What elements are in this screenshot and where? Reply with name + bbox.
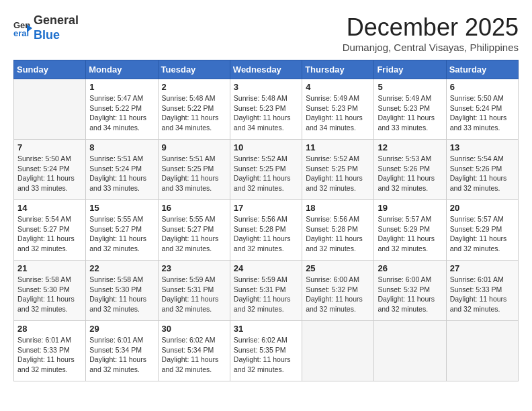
calendar-cell: 12 Sunrise: 5:53 AMSunset: 5:26 PMDaylig… [374,140,446,200]
day-info: Sunrise: 5:57 AMSunset: 5:29 PMDaylight:… [378,214,442,254]
day-number: 25 [306,263,370,273]
day-number: 9 [162,142,226,152]
day-number: 18 [306,203,370,213]
calendar-cell: 29 Sunrise: 6:01 AMSunset: 5:34 PMDaylig… [86,321,158,381]
day-info: Sunrise: 6:01 AMSunset: 5:33 PMDaylight:… [450,275,515,314]
day-info: Sunrise: 6:01 AMSunset: 5:34 PMDaylight:… [89,335,154,375]
weekday-friday: Friday [374,60,446,79]
calendar-cell: 26 Sunrise: 6:00 AMSunset: 5:32 PMDaylig… [374,261,446,321]
day-info: Sunrise: 5:47 AMSunset: 5:22 PMDaylight:… [89,93,154,133]
day-number: 12 [378,142,442,152]
calendar-cell: 30 Sunrise: 6:02 AMSunset: 5:34 PMDaylig… [158,321,230,381]
day-number: 21 [17,263,82,273]
calendar-cell: 31 Sunrise: 6:02 AMSunset: 5:35 PMDaylig… [230,321,302,381]
day-number: 4 [306,82,370,92]
day-number: 27 [450,263,515,273]
week-row-5: 28 Sunrise: 6:01 AMSunset: 5:33 PMDaylig… [14,321,519,381]
day-info: Sunrise: 5:49 AMSunset: 5:23 PMDaylight:… [306,93,370,133]
calendar-table: SundayMondayTuesdayWednesdayThursdayFrid… [13,60,519,381]
calendar-cell [446,321,518,381]
day-info: Sunrise: 5:55 AMSunset: 5:27 PMDaylight:… [162,214,226,254]
calendar-cell [374,321,446,381]
day-info: Sunrise: 5:51 AMSunset: 5:25 PMDaylight:… [162,154,226,193]
calendar-cell [302,321,374,381]
calendar-cell: 16 Sunrise: 5:55 AMSunset: 5:27 PMDaylig… [158,200,230,261]
day-number: 11 [306,142,370,152]
calendar-cell: 19 Sunrise: 5:57 AMSunset: 5:29 PMDaylig… [374,200,446,261]
weekday-wednesday: Wednesday [230,60,302,79]
day-number: 19 [378,203,442,213]
calendar-cell: 3 Sunrise: 5:48 AMSunset: 5:23 PMDayligh… [230,79,302,140]
day-number: 30 [162,324,226,334]
calendar-cell: 20 Sunrise: 5:57 AMSunset: 5:29 PMDaylig… [446,200,518,261]
calendar-cell: 6 Sunrise: 5:50 AMSunset: 5:24 PMDayligh… [446,79,518,140]
day-number: 10 [234,142,298,152]
day-info: Sunrise: 5:58 AMSunset: 5:30 PMDaylight:… [17,275,82,314]
week-row-4: 21 Sunrise: 5:58 AMSunset: 5:30 PMDaylig… [14,261,519,321]
day-number: 13 [450,142,515,152]
day-info: Sunrise: 5:58 AMSunset: 5:30 PMDaylight:… [89,275,154,314]
calendar-cell: 11 Sunrise: 5:52 AMSunset: 5:25 PMDaylig… [302,140,374,200]
calendar-cell: 14 Sunrise: 5:54 AMSunset: 5:27 PMDaylig… [14,200,86,261]
day-number: 7 [17,142,82,152]
day-number: 20 [450,203,515,213]
calendar-body: 1 Sunrise: 5:47 AMSunset: 5:22 PMDayligh… [14,79,519,381]
week-row-2: 7 Sunrise: 5:50 AMSunset: 5:24 PMDayligh… [14,140,519,200]
page-header: Gen eral General Blue December 2025 Duma… [13,13,519,53]
day-info: Sunrise: 5:50 AMSunset: 5:24 PMDaylight:… [17,154,82,193]
calendar-cell: 13 Sunrise: 5:54 AMSunset: 5:26 PMDaylig… [446,140,518,200]
calendar-cell: 17 Sunrise: 5:56 AMSunset: 5:28 PMDaylig… [230,200,302,261]
day-info: Sunrise: 6:01 AMSunset: 5:33 PMDaylight:… [17,335,82,375]
day-info: Sunrise: 5:56 AMSunset: 5:28 PMDaylight:… [234,214,298,254]
calendar-cell: 24 Sunrise: 5:59 AMSunset: 5:31 PMDaylig… [230,261,302,321]
day-number: 28 [17,324,82,334]
calendar-cell: 10 Sunrise: 5:52 AMSunset: 5:25 PMDaylig… [230,140,302,200]
weekday-sunday: Sunday [14,60,86,79]
logo: Gen eral General Blue [13,13,79,42]
day-number: 15 [89,203,154,213]
day-info: Sunrise: 5:50 AMSunset: 5:24 PMDaylight:… [450,93,515,133]
day-info: Sunrise: 5:59 AMSunset: 5:31 PMDaylight:… [234,275,298,314]
weekday-thursday: Thursday [302,60,374,79]
day-info: Sunrise: 5:48 AMSunset: 5:23 PMDaylight:… [234,93,298,133]
day-info: Sunrise: 5:57 AMSunset: 5:29 PMDaylight:… [450,214,515,254]
day-number: 23 [162,263,226,273]
calendar-cell: 7 Sunrise: 5:50 AMSunset: 5:24 PMDayligh… [14,140,86,200]
day-info: Sunrise: 5:53 AMSunset: 5:26 PMDaylight:… [378,154,442,193]
subtitle: Dumanjog, Central Visayas, Philippines [343,42,519,53]
calendar-cell: 5 Sunrise: 5:49 AMSunset: 5:23 PMDayligh… [374,79,446,140]
calendar-cell [14,79,86,140]
day-number: 14 [17,203,82,213]
calendar-cell: 23 Sunrise: 5:59 AMSunset: 5:31 PMDaylig… [158,261,230,321]
day-number: 2 [162,82,226,92]
day-info: Sunrise: 5:49 AMSunset: 5:23 PMDaylight:… [378,93,442,133]
day-info: Sunrise: 6:02 AMSunset: 5:35 PMDaylight:… [234,335,298,375]
day-info: Sunrise: 6:02 AMSunset: 5:34 PMDaylight:… [162,335,226,375]
day-info: Sunrise: 5:54 AMSunset: 5:27 PMDaylight:… [17,214,82,254]
calendar-cell: 28 Sunrise: 6:01 AMSunset: 5:33 PMDaylig… [14,321,86,381]
title-block: December 2025 Dumanjog, Central Visayas,… [343,13,519,53]
calendar-cell: 9 Sunrise: 5:51 AMSunset: 5:25 PMDayligh… [158,140,230,200]
day-info: Sunrise: 6:00 AMSunset: 5:32 PMDaylight:… [378,275,442,314]
day-info: Sunrise: 5:54 AMSunset: 5:26 PMDaylight:… [450,154,515,193]
day-info: Sunrise: 5:59 AMSunset: 5:31 PMDaylight:… [162,275,226,314]
day-info: Sunrise: 5:52 AMSunset: 5:25 PMDaylight:… [306,154,370,193]
day-number: 17 [234,203,298,213]
day-info: Sunrise: 5:55 AMSunset: 5:27 PMDaylight:… [89,214,154,254]
day-info: Sunrise: 6:00 AMSunset: 5:32 PMDaylight:… [306,275,370,314]
day-number: 8 [89,142,154,152]
day-number: 29 [89,324,154,334]
week-row-1: 1 Sunrise: 5:47 AMSunset: 5:22 PMDayligh… [14,79,519,140]
day-info: Sunrise: 5:51 AMSunset: 5:24 PMDaylight:… [89,154,154,193]
day-number: 1 [89,82,154,92]
calendar-cell: 1 Sunrise: 5:47 AMSunset: 5:22 PMDayligh… [86,79,158,140]
day-number: 3 [234,82,298,92]
day-number: 31 [234,324,298,334]
calendar-cell: 8 Sunrise: 5:51 AMSunset: 5:24 PMDayligh… [86,140,158,200]
day-number: 6 [450,82,515,92]
day-number: 16 [162,203,226,213]
day-number: 22 [89,263,154,273]
svg-text:eral: eral [13,28,29,38]
logo-icon: Gen eral [13,19,32,38]
day-info: Sunrise: 5:52 AMSunset: 5:25 PMDaylight:… [234,154,298,193]
